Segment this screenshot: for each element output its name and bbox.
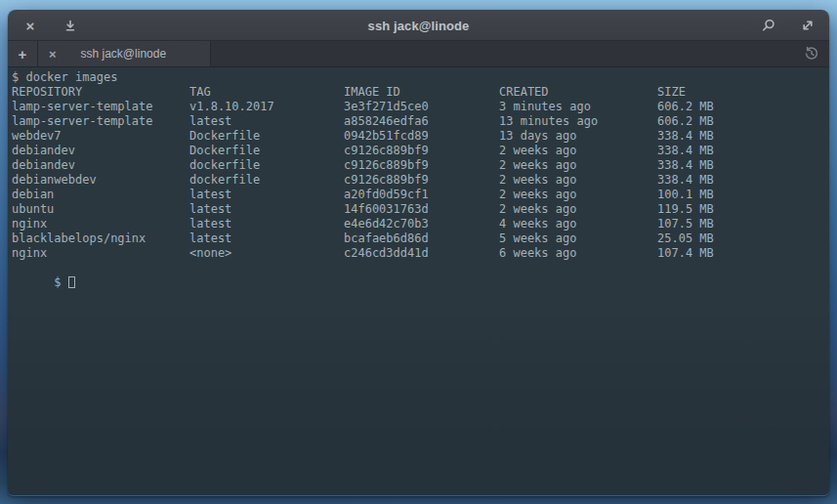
table-cell: 5 weeks ago — [499, 231, 576, 246]
table-row: nginxlateste4e6d42c70b34 weeks ago107.5 … — [8, 217, 829, 231]
table-cell: webdev7 — [12, 129, 62, 144]
image-table-rows: lamp-server-templatev1.8.10.20173e3f271d… — [8, 100, 829, 261]
command-line: $ docker images — [8, 70, 829, 85]
table-cell: 2 weeks ago — [499, 144, 576, 158]
column-header-repository: REPOSITORY — [12, 85, 82, 100]
terminal-screen[interactable]: $ docker images REPOSITORY TAG IMAGE ID … — [8, 67, 829, 495]
table-row: debiandevDockerfilec9126c889bf92 weeks a… — [8, 144, 829, 158]
table-cell: dockerfile — [189, 173, 260, 188]
table-cell: 338.4 MB — [657, 173, 714, 188]
maximize-button[interactable] — [799, 17, 816, 34]
table-cell: bcafaeb6d86d — [344, 231, 429, 246]
table-cell: 3e3f271d5ce0 — [344, 100, 429, 114]
search-button[interactable] — [760, 17, 777, 34]
table-cell: 107.4 MB — [657, 246, 714, 261]
table-cell: 338.4 MB — [657, 144, 714, 158]
table-row: lamp-server-templatev1.8.10.20173e3f271d… — [8, 100, 829, 114]
table-cell: 2 weeks ago — [499, 188, 576, 202]
table-cell: latest — [189, 188, 231, 202]
maximize-icon — [801, 19, 815, 32]
table-cell: debianwebdev — [12, 173, 97, 188]
column-header-tag: TAG — [189, 85, 211, 100]
table-row: webdev7Dockerfile0942b51fcd8913 days ago… — [8, 129, 829, 144]
table-cell: 100.1 MB — [657, 188, 714, 202]
table-cell: c9126c889bf9 — [344, 173, 429, 188]
new-tab-button[interactable]: + — [8, 41, 38, 66]
table-row: debianwebdevdockerfilec9126c889bf92 week… — [8, 173, 829, 188]
table-cell: <none> — [189, 246, 231, 261]
titlebar[interactable]: × ssh jack@linode — [8, 10, 829, 41]
table-row: ubuntulatest14f60031763d2 weeks ago119.5… — [8, 202, 829, 217]
history-button[interactable] — [802, 44, 821, 63]
table-row: lamp-server-templatelatesta858246edfa613… — [8, 114, 829, 129]
table-header-row: REPOSITORY TAG IMAGE ID CREATED SIZE — [8, 85, 829, 100]
tab-ssh-session[interactable]: × ssh jack@linode — [38, 41, 211, 66]
table-cell: 338.4 MB — [657, 158, 714, 173]
search-icon — [762, 19, 775, 32]
table-cell: 2 weeks ago — [499, 173, 576, 188]
table-cell: a20fd0d59cf1 — [344, 188, 429, 202]
table-cell: nginx — [12, 246, 47, 261]
table-cell: latest — [189, 202, 231, 217]
tab-label: ssh jack@linode — [57, 47, 210, 61]
column-header-size: SIZE — [657, 85, 686, 100]
table-cell: Dockerfile — [189, 144, 260, 158]
table-cell: ubuntu — [12, 202, 54, 217]
table-cell: latest — [189, 231, 231, 246]
table-row: debianlatesta20fd0d59cf12 weeks ago100.1… — [8, 188, 829, 202]
table-cell: debiandev — [12, 144, 75, 158]
tab-close-button[interactable]: × — [49, 48, 57, 61]
table-cell: latest — [189, 217, 231, 231]
desktop-wallpaper: { "titlebar": { "title": "ssh jack@linod… — [0, 0, 837, 504]
table-cell: 2 weeks ago — [499, 158, 576, 173]
table-cell: 119.5 MB — [657, 202, 714, 217]
titlebar-right-controls — [760, 10, 816, 41]
column-header-created: CREATED — [499, 85, 549, 100]
history-clock-icon — [804, 46, 819, 62]
table-cell: lamp-server-template — [12, 100, 153, 114]
table-row: nginx<none>c246cd3dd41d6 weeks ago107.4 … — [8, 246, 829, 261]
table-cell: 606.2 MB — [657, 114, 714, 129]
tab-bar: + × ssh jack@linode — [8, 41, 829, 67]
table-cell: 6 weeks ago — [499, 246, 576, 261]
table-cell: 2 weeks ago — [499, 202, 576, 217]
table-cell: 606.2 MB — [657, 100, 714, 114]
table-cell: 14f60031763d — [344, 202, 429, 217]
table-cell: c9126c889bf9 — [344, 158, 429, 173]
table-cell: 338.4 MB — [657, 129, 714, 144]
terminal-window: × ssh jack@linode — [8, 10, 829, 496]
prompt-line: $ — [8, 261, 829, 275]
table-cell: latest — [189, 114, 231, 129]
table-cell: c246cd3dd41d — [344, 246, 429, 261]
column-header-image-id: IMAGE ID — [344, 85, 400, 100]
table-cell: lamp-server-template — [12, 114, 153, 129]
table-cell: 13 days ago — [499, 129, 576, 144]
table-cell: 13 minutes ago — [499, 114, 598, 129]
table-cell: nginx — [12, 217, 47, 231]
table-cell: debian — [12, 188, 54, 202]
table-cell: Dockerfile — [189, 129, 260, 144]
table-cell: 3 minutes ago — [499, 100, 591, 114]
table-cell: a858246edfa6 — [344, 114, 429, 129]
table-row: debiandevdockerfilec9126c889bf92 weeks a… — [8, 158, 829, 173]
window-title: ssh jack@linode — [8, 10, 829, 41]
table-cell: c9126c889bf9 — [344, 144, 429, 158]
table-cell: 107.5 MB — [657, 217, 714, 231]
table-cell: blacklabelops/nginx — [12, 231, 146, 246]
table-cell: 25.05 MB — [657, 231, 714, 246]
table-row: blacklabelops/nginxlatestbcafaeb6d86d5 w… — [8, 231, 829, 246]
table-cell: dockerfile — [189, 158, 260, 173]
table-cell: v1.8.10.2017 — [189, 100, 274, 114]
prompt-symbol: $ — [54, 275, 61, 289]
table-cell: e4e6d42c70b3 — [344, 217, 429, 231]
terminal-cursor — [68, 276, 75, 288]
table-cell: 0942b51fcd89 — [344, 129, 429, 144]
table-cell: debiandev — [12, 158, 75, 173]
table-cell: 4 weeks ago — [499, 217, 576, 231]
